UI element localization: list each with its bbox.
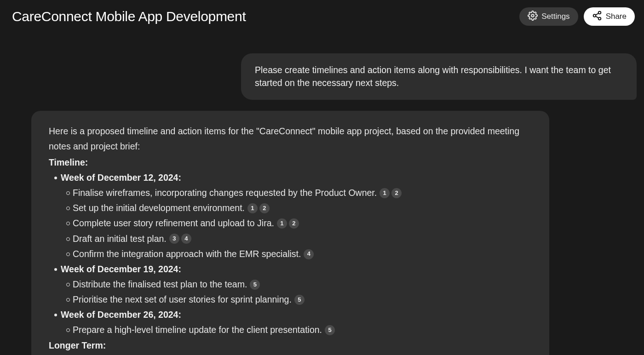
timeline-item: Prioritise the next set of user stories …: [66, 292, 532, 307]
timeline-item-text: Set up the initial development environme…: [73, 203, 245, 213]
page-title: CareConnect Mobile App Development: [12, 9, 246, 24]
timeline-item-text: Complete user story refinement and uploa…: [73, 218, 274, 228]
svg-point-1: [598, 11, 601, 14]
timeline-item-text: Draft an initial test plan.: [73, 234, 167, 244]
timeline-item: Finalise wireframes, incorporating chang…: [66, 185, 532, 200]
svg-point-3: [598, 17, 601, 19]
gear-icon: [528, 11, 538, 23]
svg-line-5: [595, 13, 598, 15]
svg-point-0: [531, 14, 534, 17]
reference-badge[interactable]: 2: [289, 218, 299, 229]
timeline-heading: Timeline:: [49, 155, 532, 170]
user-message-text: Please create timelines and action items…: [255, 65, 611, 88]
week-items: Distribute the finalised test plan to th…: [61, 277, 532, 307]
timeline-item: Complete user story refinement and uploa…: [66, 216, 532, 231]
week-items: Prepare a high-level timeline update for…: [61, 322, 532, 338]
share-label: Share: [606, 12, 627, 21]
timeline-item: Confirm the integration approach with th…: [66, 246, 532, 262]
header-actions: Settings Share: [519, 7, 635, 26]
svg-line-4: [595, 16, 598, 18]
week-label: Week of December 19, 2024:: [61, 264, 181, 274]
reference-badge[interactable]: 2: [391, 188, 402, 198]
reference-badge[interactable]: 5: [250, 280, 260, 290]
longer-term-item: April 5, 2025: Project Kick-Off Meeting.…: [54, 353, 532, 355]
reference-badge[interactable]: 1: [247, 203, 258, 213]
timeline-item: Set up the initial development environme…: [66, 200, 532, 216]
reference-badge[interactable]: 2: [259, 203, 270, 213]
reference-badge[interactable]: 3: [169, 234, 179, 244]
assistant-message-bubble: Here is a proposed timeline and action i…: [31, 111, 549, 355]
reference-badge[interactable]: 4: [181, 234, 191, 244]
longer-term-heading: Longer Term:: [49, 338, 532, 353]
timeline-week: Week of December 19, 2024:Distribute the…: [54, 262, 532, 307]
timeline-list: Week of December 12, 2024:Finalise wiref…: [49, 170, 532, 338]
week-label: Week of December 12, 2024:: [61, 172, 181, 183]
timeline-item: Draft an initial test plan.34: [66, 231, 532, 246]
svg-point-2: [593, 14, 596, 17]
timeline-item: Prepare a high-level timeline update for…: [66, 322, 532, 338]
header: CareConnect Mobile App Development Setti…: [0, 0, 644, 33]
reference-badge[interactable]: 4: [304, 249, 314, 259]
timeline-item-text: Distribute the finalised test plan to th…: [73, 279, 247, 289]
settings-button[interactable]: Settings: [519, 7, 578, 26]
timeline-week: Week of December 26, 2024:Prepare a high…: [54, 307, 532, 338]
conversation: Please create timelines and action items…: [0, 33, 644, 355]
share-button[interactable]: Share: [584, 7, 635, 26]
assistant-intro: Here is a proposed timeline and action i…: [49, 124, 532, 154]
reference-badge[interactable]: 1: [380, 188, 390, 198]
longer-term-list: April 5, 2025: Project Kick-Off Meeting.…: [49, 353, 532, 355]
timeline-item-text: Confirm the integration approach with th…: [73, 249, 301, 259]
reference-badge[interactable]: 1: [277, 218, 287, 229]
reference-badge[interactable]: 5: [294, 295, 305, 305]
week-label: Week of December 26, 2024:: [61, 309, 181, 320]
week-items: Finalise wireframes, incorporating chang…: [61, 185, 532, 262]
reference-badge[interactable]: 5: [325, 325, 335, 335]
settings-label: Settings: [541, 12, 569, 21]
timeline-item: Distribute the finalised test plan to th…: [66, 277, 532, 292]
timeline-week: Week of December 12, 2024:Finalise wiref…: [54, 170, 532, 262]
timeline-item-text: Finalise wireframes, incorporating chang…: [73, 188, 377, 198]
timeline-item-text: Prioritise the next set of user stories …: [73, 294, 292, 304]
timeline-item-text: Prepare a high-level timeline update for…: [73, 325, 322, 335]
user-message-bubble: Please create timelines and action items…: [241, 53, 637, 100]
share-icon: [592, 11, 602, 23]
